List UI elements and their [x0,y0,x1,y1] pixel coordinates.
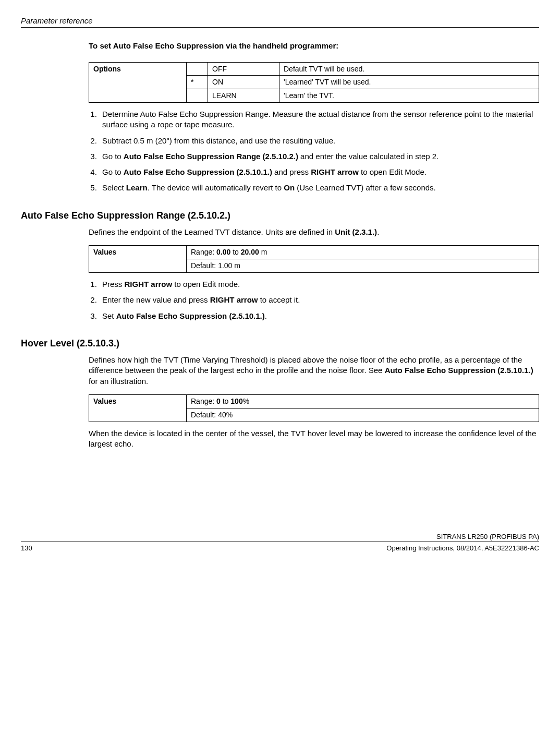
running-header: Parameter reference [21,16,539,26]
text: and press [272,167,311,176]
list-item: Determine Auto False Echo Suppression Ra… [99,109,539,130]
text: Enter the new value and press [102,295,210,304]
list-item: Select Learn. The device will automatica… [99,183,539,193]
text: and enter the value calculated in step 2… [298,152,439,161]
text: Range: [191,397,216,405]
text: (Use Learned TVT) after a few seconds. [295,183,436,192]
values-default: Default: 40% [187,408,539,422]
text: to open Edit mode. [172,280,240,289]
values-range: Range: 0 to 100% [187,394,539,408]
values-table-a: Values Range: 0.00 to 20.00 m Default: 1… [89,245,539,273]
text: Set [102,311,116,320]
footer-right: SITRANS LR250 (PROFIBUS PA) [436,533,539,542]
procedure-list-2: Press RIGHT arrow to open Edit mode. Ent… [89,279,539,321]
bold-text: 0.00 [216,248,230,256]
paragraph: Defines the endpoint of the Learned TVT … [89,227,539,237]
option-value: OFF [208,62,279,76]
option-value: LEARN [208,89,279,103]
table-row: Values Range: 0 to 100% [89,394,539,408]
text: . The device will automatically revert t… [148,183,284,192]
text: to accept it. [258,295,300,304]
bold-text: RIGHT arrow [311,167,359,176]
heading-b: Hover Level (2.5.10.3.) [21,337,539,350]
bold-text: Auto False Echo Suppression (2.5.10.1.) [116,311,265,320]
values-table-b: Values Range: 0 to 100% Default: 40% [89,394,539,422]
text: Go to [102,152,124,161]
list-item: Enter the new value and press RIGHT arro… [99,295,539,305]
section-title: To set Auto False Echo Suppression via t… [89,41,539,51]
table-row: Options OFF Default TVT will be used. [89,62,539,76]
text: % [243,397,249,405]
heading-a: Auto False Echo Suppression Range (2.5.1… [21,209,539,222]
bold-text: Unit (2.3.1.) [335,227,377,236]
header-rule [21,27,539,28]
text: Select [102,183,126,192]
values-label: Values [89,394,187,422]
options-label: Options [89,62,187,103]
bold-text: 20.00 [241,248,259,256]
text: m [259,248,267,256]
option-star: * [187,76,208,89]
list-item: Press RIGHT arrow to open Edit mode. [99,279,539,290]
text: to [230,248,240,256]
option-desc: 'Learn' the TVT. [279,89,539,103]
text: . [265,311,267,320]
text: for an illustration. [89,377,148,386]
option-desc: Default TVT will be used. [279,62,539,76]
bold-text: RIGHT arrow [125,280,173,289]
bold-text: RIGHT arrow [210,295,258,304]
text: Range: [191,248,216,256]
paragraph: Defines how high the TVT (Time Varying T… [89,355,539,387]
bold-text: 100 [230,397,242,405]
footer-product: SITRANS LR250 (PROFIBUS PA) [436,533,539,542]
text: Press [102,280,125,289]
table-row: Values Range: 0.00 to 20.00 m [89,246,539,259]
page-footer: SITRANS LR250 (PROFIBUS PA) 130 Operatin… [21,533,539,553]
option-value: ON [208,76,279,89]
list-item: Go to Auto False Echo Suppression (2.5.1… [99,167,539,177]
option-star [187,89,208,103]
footer-docinfo: Operating Instructions, 08/2014, A5E3222… [386,544,539,553]
bold-text: Auto False Echo Suppression (2.5.10.1.) [385,366,533,375]
list-item: Subtract 0.5 m (20") from this distance,… [99,136,539,146]
bold-text: Auto False Echo Suppression Range (2.5.1… [124,152,298,161]
text: Defines the endpoint of the Learned TVT … [89,227,335,236]
values-label: Values [89,246,187,273]
procedure-list-1: Determine Auto False Echo Suppression Ra… [89,109,539,194]
text: Go to [102,167,124,176]
bold-text: Learn [126,183,148,192]
text: to [221,397,230,405]
paragraph: When the device is located in the center… [89,428,539,450]
bold-text: 0 [216,397,221,405]
page-number: 130 [21,544,32,553]
bold-text: On [284,183,295,192]
bold-text: Auto False Echo Suppression (2.5.10.1.) [124,167,272,176]
option-desc: 'Learned' TVT will be used. [279,76,539,89]
text: . [377,227,379,236]
option-star [187,62,208,76]
text: to open Edit Mode. [359,167,427,176]
options-table: Options OFF Default TVT will be used. * … [89,62,539,103]
list-item: Set Auto False Echo Suppression (2.5.10.… [99,311,539,321]
list-item: Go to Auto False Echo Suppression Range … [99,151,539,162]
values-default: Default: 1.00 m [187,259,539,273]
values-range: Range: 0.00 to 20.00 m [187,246,539,259]
